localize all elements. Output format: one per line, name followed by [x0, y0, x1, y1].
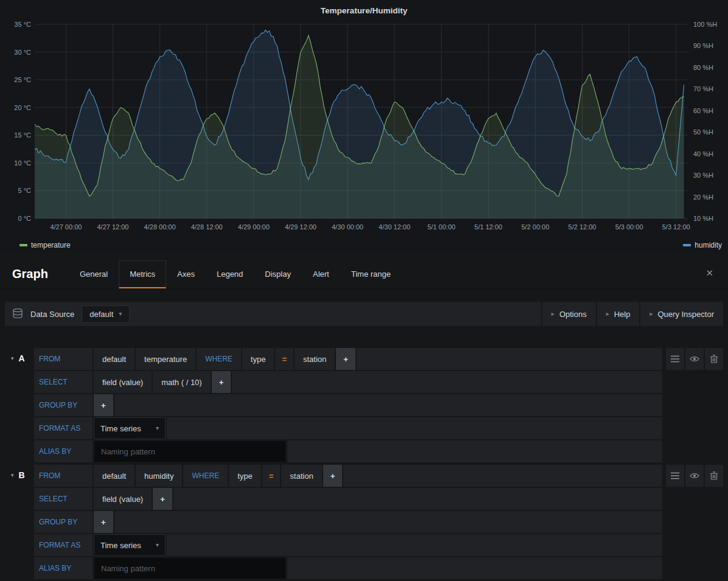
- where-tag-value-segment[interactable]: station: [281, 465, 321, 487]
- query-list: ▾ A FROM default temperature WHERE type …: [0, 348, 728, 579]
- x-axis-tick-label: 5/3 00:00: [615, 223, 643, 231]
- add-group-by-icon[interactable]: +: [94, 394, 113, 416]
- datasource-bar: Data Source default ▾: [5, 302, 541, 326]
- from-database-segment[interactable]: default: [94, 348, 135, 370]
- add-select-icon[interactable]: +: [153, 488, 172, 510]
- panel-title[interactable]: Temperature/Humidity: [0, 6, 728, 15]
- panel-editor-tabbar: Graph General Metrics Axes Legend Displa…: [0, 260, 728, 289]
- query-a: ▾ A FROM default temperature WHERE type …: [5, 348, 723, 462]
- select-math-segment[interactable]: math ( / 10): [153, 371, 210, 393]
- row-filler: [114, 394, 662, 416]
- row-filler: [232, 371, 662, 393]
- query-a-format-row: FORMAT AS Time series ▾: [34, 417, 662, 439]
- add-group-by-icon[interactable]: +: [94, 511, 113, 533]
- select-field-segment[interactable]: field (value): [94, 371, 152, 393]
- tab-alert[interactable]: Alert: [302, 260, 340, 288]
- tab-metrics[interactable]: Metrics: [119, 260, 166, 288]
- legend-label-humidity: humidity: [695, 241, 722, 249]
- format-as-label: FORMAT AS: [34, 534, 93, 556]
- query-b-actions: [666, 465, 723, 487]
- legend-item-temperature[interactable]: temperature: [19, 241, 71, 249]
- from-database-segment[interactable]: default: [94, 465, 135, 487]
- time-series-chart[interactable]: 0 °C5 °C10 °C15 °C20 °C25 °C30 °C35 °C10…: [0, 0, 728, 243]
- query-toggle-visibility-icon[interactable]: [685, 465, 704, 487]
- add-select-icon[interactable]: +: [212, 371, 231, 393]
- query-menu-icon[interactable]: [666, 348, 684, 370]
- y-axis-right-tick-label: 20 %H: [693, 193, 713, 201]
- datasource-row: Data Source default ▾ ▸ Options ▸ Help ▸…: [5, 302, 723, 326]
- y-axis-right-tick-label: 50 %H: [693, 128, 713, 136]
- from-label: FROM: [34, 348, 93, 370]
- tab-legend[interactable]: Legend: [206, 260, 254, 288]
- query-toggle-visibility-icon[interactable]: [685, 348, 704, 370]
- tab-axes[interactable]: Axes: [166, 260, 206, 288]
- datasource-select[interactable]: default ▾: [82, 305, 130, 323]
- where-tag-key-segment[interactable]: type: [229, 465, 261, 487]
- y-axis-right-tick-label: 70 %H: [693, 85, 713, 92]
- alias-input[interactable]: [94, 557, 286, 579]
- editor-tabs: General Metrics Axes Legend Display Aler…: [69, 260, 402, 288]
- format-as-label: FORMAT AS: [34, 417, 93, 439]
- query-a-select-row: SELECT field (value) math ( / 10) +: [34, 371, 662, 393]
- select-label: SELECT: [34, 488, 93, 510]
- x-axis-tick-label: 4/29 12:00: [285, 223, 317, 231]
- x-axis-tick-label: 5/1 00:00: [427, 223, 455, 231]
- tab-time-range[interactable]: Time range: [340, 260, 402, 288]
- format-as-select[interactable]: Time series ▾: [94, 417, 166, 439]
- x-axis-tick-label: 4/29 00:00: [238, 223, 270, 231]
- row-filler: [287, 440, 662, 462]
- query-b-format-row: FORMAT AS Time series ▾: [34, 534, 662, 556]
- query-delete-icon[interactable]: [705, 348, 723, 370]
- y-axis-right-tick-label: 100 %H: [693, 21, 717, 28]
- query-delete-icon[interactable]: [705, 465, 723, 487]
- database-icon: [12, 308, 23, 320]
- alias-input[interactable]: [94, 440, 286, 462]
- graph-panel: 0 °C5 °C10 °C15 °C20 °C25 °C30 °C35 °C10…: [0, 0, 728, 252]
- row-filler: [114, 511, 662, 533]
- datasource-value: default: [89, 310, 113, 319]
- x-axis-tick-label: 5/2 00:00: [521, 223, 549, 231]
- where-label: WHERE: [197, 348, 241, 370]
- tab-general[interactable]: General: [69, 260, 119, 288]
- query-b-alias-row: ALIAS BY: [34, 557, 662, 579]
- close-editor-icon[interactable]: ✕: [705, 268, 713, 279]
- y-axis-right-tick-label: 30 %H: [693, 172, 713, 179]
- where-operator-segment[interactable]: =: [275, 348, 293, 370]
- x-axis-tick-label: 4/28 12:00: [191, 223, 223, 231]
- alias-by-label: ALIAS BY: [34, 440, 93, 462]
- query-b-from-row: FROM default humidity WHERE type = stati…: [34, 465, 662, 487]
- query-b-collapse[interactable]: ▾ B: [11, 470, 25, 480]
- x-axis-tick-label: 4/27 12:00: [97, 223, 129, 231]
- add-condition-icon[interactable]: +: [323, 465, 343, 487]
- from-measurement-segment[interactable]: humidity: [136, 465, 182, 487]
- x-axis-tick-label: 4/30 12:00: [379, 223, 410, 231]
- group-by-label: GROUP BY: [34, 394, 93, 416]
- select-field-segment[interactable]: field (value): [94, 488, 152, 510]
- where-label: WHERE: [183, 465, 228, 487]
- group-by-label: GROUP BY: [34, 511, 93, 533]
- add-condition-icon[interactable]: +: [336, 348, 355, 370]
- legend-swatch-temperature: [19, 244, 27, 246]
- y-axis-left-tick-label: 5 °C: [18, 187, 31, 194]
- query-menu-icon[interactable]: [666, 465, 684, 487]
- alias-by-label: ALIAS BY: [34, 557, 93, 579]
- query-a-collapse[interactable]: ▾ A: [11, 353, 25, 363]
- y-axis-left-tick-label: 35 °C: [14, 21, 31, 28]
- chart-legend: temperature humidity: [19, 241, 722, 249]
- legend-item-humidity[interactable]: humidity: [683, 241, 722, 249]
- options-button[interactable]: ▸ Options: [542, 302, 596, 326]
- caret-right-icon: ▸: [551, 311, 555, 317]
- chevron-down-icon: ▾: [11, 356, 14, 361]
- y-axis-left-tick-label: 25 °C: [14, 76, 31, 83]
- query-ref-letter: B: [19, 470, 25, 480]
- tab-display[interactable]: Display: [254, 260, 302, 288]
- from-measurement-segment[interactable]: temperature: [136, 348, 195, 370]
- where-operator-segment[interactable]: =: [262, 465, 281, 487]
- panel-type-title: Graph: [12, 267, 48, 281]
- where-tag-value-segment[interactable]: station: [295, 348, 335, 370]
- query-inspector-button[interactable]: ▸ Query Inspector: [640, 302, 723, 326]
- format-as-select[interactable]: Time series ▾: [94, 534, 166, 556]
- where-tag-key-segment[interactable]: type: [242, 348, 275, 370]
- help-button[interactable]: ▸ Help: [597, 302, 640, 326]
- datasource-label: Data Source: [30, 310, 74, 319]
